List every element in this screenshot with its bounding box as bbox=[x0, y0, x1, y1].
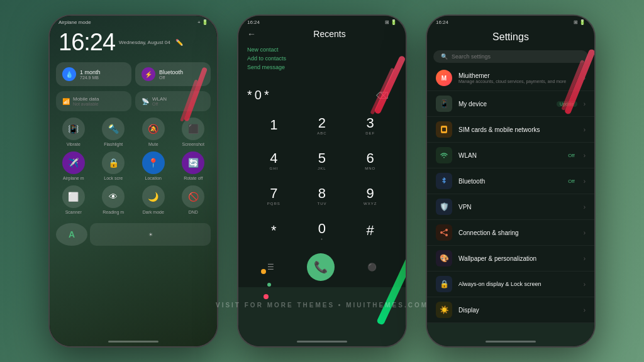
wlan-toggle[interactable]: 📡 WLAN Off bbox=[135, 91, 211, 111]
airplane-label2: Airplane m bbox=[63, 176, 84, 180]
reading-item[interactable]: 👁 Reading m bbox=[96, 185, 131, 214]
location-item[interactable]: 📍 Location bbox=[136, 151, 171, 180]
vibrate-icon: 📳 bbox=[62, 118, 85, 140]
status-bar-1: Airplane mode + 🔋 bbox=[50, 16, 217, 26]
keypad: 1 2 ABC 3 DEF 4 GHI 5 JKL bbox=[238, 109, 406, 247]
data-month: 1 month bbox=[80, 69, 125, 75]
screenshot-icon: ⬛ bbox=[182, 118, 204, 140]
settings-search[interactable]: 🔍 Search settings bbox=[433, 50, 588, 63]
mobile-data-label: Mobile data bbox=[73, 96, 99, 102]
key-0[interactable]: 0 + bbox=[299, 214, 345, 247]
data-tile[interactable]: 💧 1 month 724.9 MB bbox=[56, 62, 131, 86]
key-2[interactable]: 2 ABC bbox=[299, 109, 345, 141]
lock-arrow: › bbox=[584, 281, 586, 288]
status-icons-1: + 🔋 bbox=[197, 19, 208, 25]
location-label: Location bbox=[145, 176, 162, 180]
vpn-arrow: › bbox=[584, 204, 586, 211]
home-indicator-3 bbox=[486, 341, 536, 343]
scanner-icon: ⬜ bbox=[62, 185, 85, 208]
device-text: My device bbox=[458, 101, 550, 107]
key-letters-8: TUV bbox=[317, 202, 326, 206]
call-button[interactable]: 📞 bbox=[307, 253, 335, 281]
scanner-item[interactable]: ⬜ Scanner bbox=[56, 185, 91, 214]
data-info: 1 month 724.9 MB bbox=[80, 69, 125, 80]
key-6[interactable]: 6 MNO bbox=[347, 144, 393, 177]
dnd-item[interactable]: 🚫 DND bbox=[176, 185, 211, 214]
key-8[interactable]: 8 TUV bbox=[299, 179, 345, 212]
avatar-btn[interactable]: A bbox=[56, 223, 87, 246]
new-contact-link[interactable]: New contact bbox=[247, 47, 286, 53]
accent-dot-red bbox=[264, 294, 269, 299]
settings-lock-item[interactable]: 🔒 Always-on display & Lock screen › bbox=[427, 272, 594, 297]
vpn-icon: 🛡️ bbox=[436, 199, 452, 215]
settings-bluetooth-item[interactable]: Bluetooth Off › bbox=[427, 168, 594, 194]
search-icon: 🔍 bbox=[441, 53, 448, 60]
key-5[interactable]: 5 JKL bbox=[299, 144, 345, 177]
back-arrow[interactable]: ← bbox=[247, 29, 256, 39]
key-letters-7: PQRS bbox=[267, 202, 280, 206]
display-icon: ☀️ bbox=[436, 302, 452, 318]
key-num-1: 1 bbox=[270, 117, 277, 133]
key-7[interactable]: 7 PQRS bbox=[251, 179, 297, 212]
phone1-screen: Airplane mode + 🔋 16:24 Wednesday, Augus… bbox=[50, 16, 217, 346]
airplane-item[interactable]: ✈️ Airplane m bbox=[56, 151, 91, 180]
accent-dot-yellow bbox=[261, 269, 266, 274]
darkmode-item[interactable]: 🌙 Dark mode bbox=[136, 185, 171, 214]
lock-settings-icon: 🔒 bbox=[436, 276, 452, 292]
account-sub: Manage accounts, cloud services, payment… bbox=[458, 79, 577, 84]
date-label: Wednesday, August 04 bbox=[119, 40, 170, 45]
bluetooth-info: Bluetooth Off bbox=[159, 69, 204, 80]
menu-icon[interactable]: ☰ bbox=[267, 263, 274, 272]
settings-wlan-item[interactable]: WLAN Off › bbox=[427, 143, 594, 168]
wlan-settings-label: WLAN bbox=[458, 152, 562, 159]
phone2: 16:24 ⊞ 🔋 ← Recents New contact Add to c… bbox=[237, 14, 407, 348]
key-num-star: * bbox=[271, 222, 277, 239]
flashlight-item[interactable]: 🔦 Flashlight bbox=[96, 118, 131, 146]
data-usage: 724.9 MB bbox=[80, 75, 125, 80]
phone3-bg: 16:24 ⊞ 🔋 Settings 🔍 Search settings M M… bbox=[427, 16, 594, 323]
settings-connection-item[interactable]: Connection & sharing › bbox=[427, 220, 594, 246]
screenshot-item[interactable]: ⬛ Screenshot bbox=[176, 118, 211, 146]
voicemail-icon[interactable]: ⚫ bbox=[367, 263, 377, 272]
vpn-label: VPN bbox=[458, 204, 577, 211]
darkmode-label: Dark mode bbox=[143, 210, 164, 214]
data-icon: 💧 bbox=[62, 67, 76, 81]
dialer-header: ← Recents bbox=[238, 26, 406, 41]
key-9[interactable]: 9 WXYZ bbox=[347, 179, 393, 212]
key-1[interactable]: 1 bbox=[251, 109, 297, 141]
device-icon: 📱 bbox=[436, 96, 452, 112]
display-label: Display bbox=[458, 307, 577, 314]
settings-wallpaper-item[interactable]: 🎨 Wallpaper & personalization › bbox=[427, 246, 594, 272]
mobile-data-toggle[interactable]: 📶 Mobile data Not available bbox=[56, 91, 131, 111]
send-message-link[interactable]: Send message bbox=[247, 64, 286, 70]
time-label-2: 16:24 bbox=[247, 19, 260, 25]
phone1-bg: Airplane mode + 🔋 16:24 Wednesday, Augus… bbox=[50, 16, 217, 346]
svg-point-2 bbox=[440, 231, 443, 234]
rotate-item[interactable]: 🔄 Rotate off bbox=[176, 151, 211, 180]
lockscreen-item[interactable]: 🔒 Lock scre bbox=[96, 151, 131, 180]
key-num-hash: # bbox=[367, 222, 374, 239]
flashlight-label: Flashlight bbox=[104, 142, 123, 146]
vibrate-item[interactable]: 📳 Vibrate bbox=[56, 118, 91, 146]
wlan-icon: 📡 bbox=[142, 98, 149, 105]
key-4[interactable]: 4 GHI bbox=[251, 144, 297, 177]
key-star[interactable]: * bbox=[251, 214, 297, 247]
call-icon: 📞 bbox=[314, 260, 328, 274]
mute-item[interactable]: 🔕 Mute bbox=[136, 118, 171, 146]
wlan-label: WLAN bbox=[152, 96, 167, 102]
key-letters-4: GHI bbox=[269, 167, 278, 170]
key-num-5: 5 bbox=[318, 150, 326, 167]
wlan-arrow: › bbox=[584, 152, 586, 159]
key-hash[interactable]: # bbox=[347, 214, 393, 247]
connection-icon bbox=[436, 224, 452, 241]
settings-vpn-item[interactable]: 🛡️ VPN › bbox=[427, 194, 594, 220]
settings-display-item[interactable]: ☀️ Display › bbox=[427, 297, 594, 323]
add-contact-link[interactable]: Add to contacts bbox=[247, 55, 286, 62]
display-arrow: › bbox=[584, 307, 586, 314]
settings-sim-item[interactable]: SIM cards & mobile networks › bbox=[427, 117, 594, 143]
phone1: Airplane mode + 🔋 16:24 Wednesday, Augus… bbox=[48, 14, 218, 348]
key-3[interactable]: 3 DEF bbox=[347, 109, 393, 141]
home-indicator-2 bbox=[297, 341, 347, 343]
wlan-settings-icon bbox=[436, 147, 452, 163]
brightness-btn[interactable]: ☀ bbox=[90, 223, 211, 246]
